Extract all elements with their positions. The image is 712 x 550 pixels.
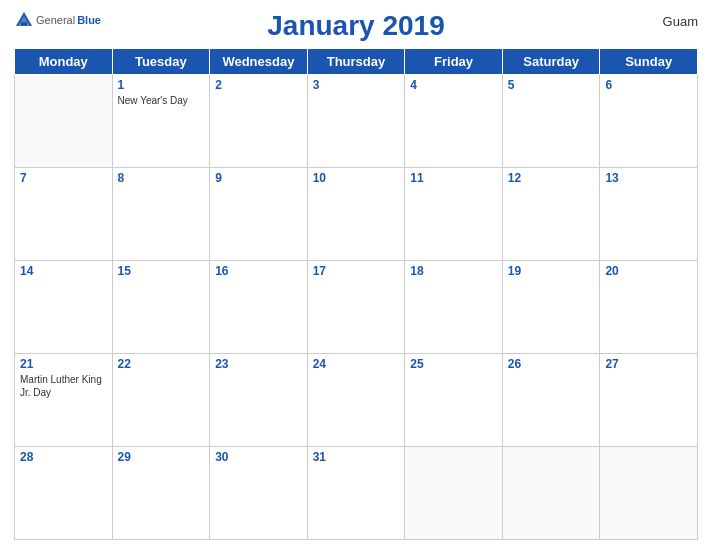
- table-cell: 21Martin Luther King Jr. Day: [15, 354, 113, 447]
- day-number: 1: [118, 78, 205, 92]
- week-row-5: 28293031: [15, 447, 698, 540]
- day-number: 18: [410, 264, 497, 278]
- calendar-title: January 2019: [267, 10, 444, 42]
- table-cell: 8: [112, 168, 210, 261]
- table-cell: 18: [405, 261, 503, 354]
- day-number: 5: [508, 78, 595, 92]
- week-row-4: 21Martin Luther King Jr. Day222324252627: [15, 354, 698, 447]
- day-number: 22: [118, 357, 205, 371]
- logo: General Blue: [14, 10, 101, 30]
- table-cell: 22: [112, 354, 210, 447]
- header-monday: Monday: [15, 49, 113, 75]
- table-cell: 27: [600, 354, 698, 447]
- table-cell: 28: [15, 447, 113, 540]
- svg-rect-2: [21, 22, 27, 26]
- table-cell: 29: [112, 447, 210, 540]
- table-cell: 17: [307, 261, 405, 354]
- table-cell: 14: [15, 261, 113, 354]
- table-cell: 26: [502, 354, 600, 447]
- day-number: 31: [313, 450, 400, 464]
- logo-blue-text: Blue: [77, 14, 101, 26]
- table-cell: [405, 447, 503, 540]
- table-cell: 5: [502, 75, 600, 168]
- calendar-container: General Blue January 2019 Guam Monday Tu…: [0, 0, 712, 550]
- day-number: 20: [605, 264, 692, 278]
- table-cell: 4: [405, 75, 503, 168]
- day-number: 17: [313, 264, 400, 278]
- day-number: 12: [508, 171, 595, 185]
- weekday-header-row: Monday Tuesday Wednesday Thursday Friday…: [15, 49, 698, 75]
- table-cell: 6: [600, 75, 698, 168]
- day-number: 19: [508, 264, 595, 278]
- table-cell: 16: [210, 261, 308, 354]
- day-number: 24: [313, 357, 400, 371]
- event-label: New Year's Day: [118, 94, 205, 107]
- day-number: 26: [508, 357, 595, 371]
- table-cell: 7: [15, 168, 113, 261]
- day-number: 13: [605, 171, 692, 185]
- header-sunday: Sunday: [600, 49, 698, 75]
- week-row-2: 78910111213: [15, 168, 698, 261]
- day-number: 14: [20, 264, 107, 278]
- table-cell: 23: [210, 354, 308, 447]
- table-cell: 19: [502, 261, 600, 354]
- day-number: 29: [118, 450, 205, 464]
- table-cell: 15: [112, 261, 210, 354]
- header-tuesday: Tuesday: [112, 49, 210, 75]
- event-label: Martin Luther King Jr. Day: [20, 373, 107, 399]
- logo-general-text: General: [36, 14, 75, 26]
- day-number: 28: [20, 450, 107, 464]
- calendar-table: Monday Tuesday Wednesday Thursday Friday…: [14, 48, 698, 540]
- table-cell: 2: [210, 75, 308, 168]
- day-number: 2: [215, 78, 302, 92]
- table-cell: 10: [307, 168, 405, 261]
- table-cell: 25: [405, 354, 503, 447]
- table-cell: [15, 75, 113, 168]
- logo-icon: [14, 10, 34, 30]
- table-cell: 20: [600, 261, 698, 354]
- day-number: 6: [605, 78, 692, 92]
- table-cell: 9: [210, 168, 308, 261]
- header-friday: Friday: [405, 49, 503, 75]
- table-cell: 3: [307, 75, 405, 168]
- header-wednesday: Wednesday: [210, 49, 308, 75]
- day-number: 8: [118, 171, 205, 185]
- day-number: 11: [410, 171, 497, 185]
- table-cell: 12: [502, 168, 600, 261]
- table-cell: 31: [307, 447, 405, 540]
- day-number: 3: [313, 78, 400, 92]
- day-number: 21: [20, 357, 107, 371]
- header-thursday: Thursday: [307, 49, 405, 75]
- table-cell: 13: [600, 168, 698, 261]
- calendar-header: General Blue January 2019 Guam: [14, 10, 698, 42]
- day-number: 25: [410, 357, 497, 371]
- day-number: 30: [215, 450, 302, 464]
- day-number: 15: [118, 264, 205, 278]
- day-number: 16: [215, 264, 302, 278]
- table-cell: 24: [307, 354, 405, 447]
- day-number: 23: [215, 357, 302, 371]
- day-number: 7: [20, 171, 107, 185]
- header-saturday: Saturday: [502, 49, 600, 75]
- table-cell: [600, 447, 698, 540]
- region-label: Guam: [663, 14, 698, 29]
- table-cell: 1New Year's Day: [112, 75, 210, 168]
- day-number: 9: [215, 171, 302, 185]
- day-number: 4: [410, 78, 497, 92]
- week-row-1: 1New Year's Day23456: [15, 75, 698, 168]
- table-cell: [502, 447, 600, 540]
- day-number: 27: [605, 357, 692, 371]
- table-cell: 30: [210, 447, 308, 540]
- table-cell: 11: [405, 168, 503, 261]
- week-row-3: 14151617181920: [15, 261, 698, 354]
- day-number: 10: [313, 171, 400, 185]
